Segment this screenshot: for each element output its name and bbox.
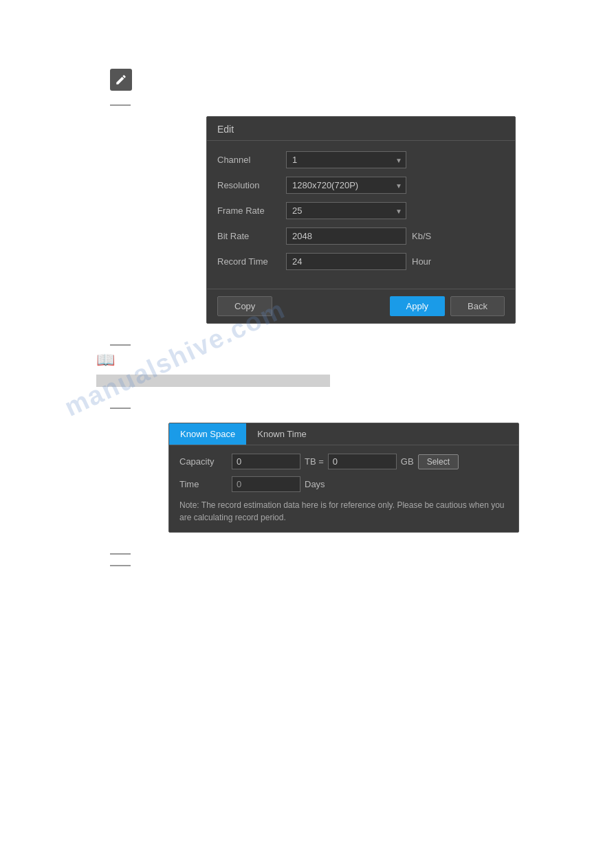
- separator-line-5: [110, 565, 131, 566]
- recordtime-label: Record Time: [217, 256, 286, 267]
- separator-line-3: [110, 408, 131, 409]
- separator-line-1: [110, 104, 131, 106]
- recordtime-input[interactable]: [286, 253, 406, 270]
- recordtime-row: Record Time Hour: [217, 253, 505, 270]
- resolution-select[interactable]: 1280x720(720P): [286, 177, 406, 194]
- bitrate-input[interactable]: [286, 227, 406, 245]
- channel-label: Channel: [217, 155, 286, 165]
- bitrate-unit: Kb/S: [412, 231, 431, 241]
- days-unit: Days: [305, 479, 325, 489]
- recordtime-unit: Hour: [412, 256, 431, 267]
- framerate-label: Frame Rate: [217, 205, 286, 216]
- back-button[interactable]: Back: [450, 296, 505, 316]
- separator-line-2: [110, 344, 131, 346]
- time-label: Time: [179, 479, 228, 489]
- capacity-label: Capacity: [179, 456, 228, 467]
- gb-unit: GB: [401, 456, 414, 467]
- book-icon: 📖: [96, 353, 115, 368]
- bitrate-label: Bit Rate: [217, 231, 286, 241]
- tab-known-time[interactable]: Known Time: [246, 423, 318, 445]
- capacity-row: Capacity TB = GB Select: [179, 454, 508, 469]
- edit-dialog: Edit Channel 1 Resolution 1280x720(720P): [206, 116, 516, 324]
- select-button[interactable]: Select: [418, 454, 459, 469]
- edit-dialog-body: Channel 1 Resolution 1280x720(720P): [207, 141, 515, 289]
- tb-unit: TB =: [305, 456, 324, 467]
- separator-line-4: [110, 553, 131, 555]
- pencil-icon: [115, 74, 127, 86]
- framerate-row: Frame Rate 25: [217, 202, 505, 219]
- highlighted-text-bar: [96, 375, 330, 387]
- capacity-tb-input[interactable]: [232, 454, 300, 469]
- resolution-row: Resolution 1280x720(720P): [217, 177, 505, 194]
- edit-icon-button[interactable]: [110, 69, 132, 91]
- channel-select-wrapper[interactable]: 1: [286, 151, 406, 168]
- tab-known-space[interactable]: Known Space: [169, 423, 246, 445]
- calc-dialog: Known Space Known Time Capacity TB = GB …: [168, 423, 519, 533]
- resolution-label: Resolution: [217, 180, 286, 190]
- resolution-select-wrapper[interactable]: 1280x720(720P): [286, 177, 406, 194]
- channel-row: Channel 1: [217, 151, 505, 168]
- framerate-select[interactable]: 25: [286, 202, 406, 219]
- edit-dialog-title: Edit: [207, 117, 515, 141]
- apply-button[interactable]: Apply: [390, 296, 446, 316]
- calc-note: Note: The record estimation data here is…: [179, 499, 508, 524]
- time-row: Time Days: [179, 476, 508, 492]
- channel-select[interactable]: 1: [286, 151, 406, 168]
- calc-tabs: Known Space Known Time: [169, 423, 518, 445]
- capacity-gb-input[interactable]: [328, 454, 397, 469]
- calc-body: Capacity TB = GB Select Time Days Note: …: [169, 445, 518, 532]
- time-input[interactable]: [232, 476, 300, 492]
- footer-right-buttons: Apply Back: [390, 296, 505, 316]
- bitrate-row: Bit Rate Kb/S: [217, 227, 505, 245]
- copy-button[interactable]: Copy: [217, 296, 272, 316]
- edit-dialog-footer: Copy Apply Back: [207, 289, 515, 323]
- framerate-select-wrapper[interactable]: 25: [286, 202, 406, 219]
